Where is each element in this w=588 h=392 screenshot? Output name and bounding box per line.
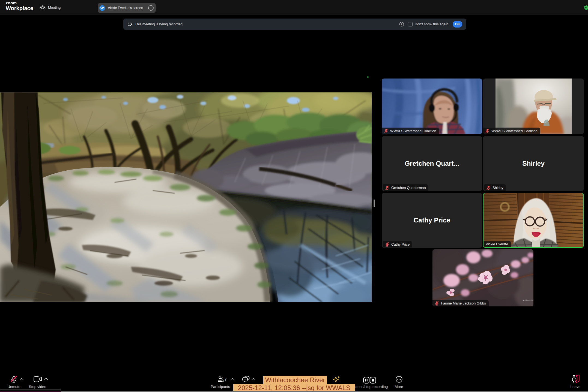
- svg-text:◼ MrcoaKIng: ◼ MrcoaKIng: [523, 299, 533, 301]
